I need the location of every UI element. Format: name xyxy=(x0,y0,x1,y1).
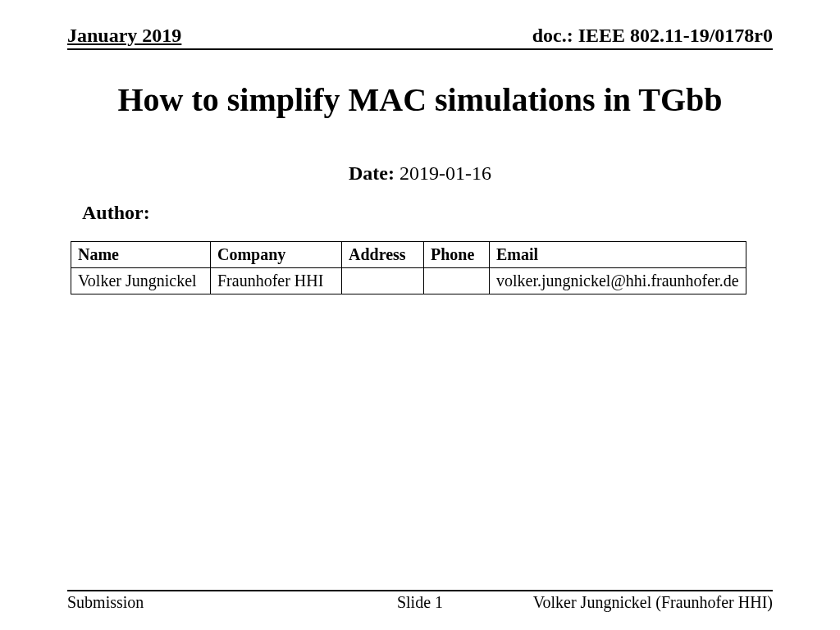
cell-address xyxy=(342,268,424,294)
author-label: Author: xyxy=(82,202,150,224)
header-date: January 2019 xyxy=(67,25,181,47)
header-doc-number: doc.: IEEE 802.11-19/0178r0 xyxy=(532,25,773,47)
footer-right: Volker Jungnickel (Fraunhofer HHI) xyxy=(533,593,773,612)
header-address: Address xyxy=(342,242,424,268)
header-company: Company xyxy=(211,242,342,268)
header-name: Name xyxy=(71,242,211,268)
cell-phone xyxy=(424,268,490,294)
cell-name: Volker Jungnickel xyxy=(71,268,211,294)
table-row: Volker Jungnickel Fraunhofer HHI volker.… xyxy=(71,268,746,294)
footer-left: Submission xyxy=(67,593,144,612)
date-value: 2019-01-16 xyxy=(399,162,491,184)
slide: January 2019 doc.: IEEE 802.11-19/0178r0… xyxy=(0,0,840,630)
cell-email: volker.jungnickel@hhi.fraunhofer.de xyxy=(490,268,746,294)
table-header-row: Name Company Address Phone Email xyxy=(71,242,746,268)
date-line: Date: 2019-01-16 xyxy=(67,162,773,185)
slide-header: January 2019 doc.: IEEE 802.11-19/0178r0 xyxy=(67,25,773,50)
date-label: Date: xyxy=(349,162,395,184)
header-email: Email xyxy=(490,242,746,268)
slide-footer: Submission Slide 1 Volker Jungnickel (Fr… xyxy=(67,590,773,612)
slide-title: How to simplify MAC simulations in TGbb xyxy=(67,80,773,119)
header-phone: Phone xyxy=(424,242,490,268)
cell-company: Fraunhofer HHI xyxy=(211,268,342,294)
author-table: Name Company Address Phone Email Volker … xyxy=(71,241,746,294)
footer-center: Slide 1 xyxy=(397,593,443,612)
